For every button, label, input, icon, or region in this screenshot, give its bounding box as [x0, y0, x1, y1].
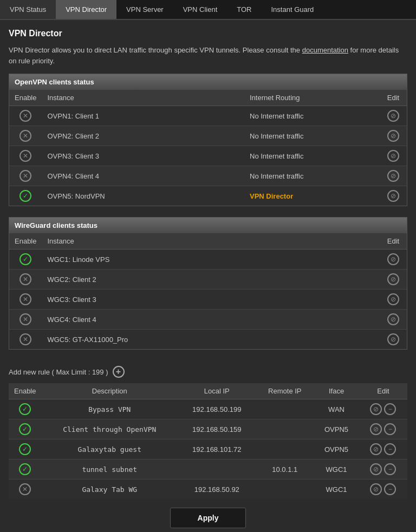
- tab-instant-guard[interactable]: Instant Guard: [262, 0, 324, 19]
- table-row: ✓ WGC1: Linode VPS ⊘: [9, 249, 407, 270]
- rules-col-iface: Iface: [314, 383, 359, 399]
- edit-cell: ⊘: [380, 146, 407, 166]
- disabled-icon[interactable]: ✕: [20, 293, 31, 305]
- openvpn-section: OpenVPN clients status Enable Instance I…: [9, 74, 407, 206]
- edit-icon[interactable]: ⊘: [387, 333, 399, 345]
- table-row: ✕ WGC4: Client 4 ⊘: [9, 310, 407, 330]
- enable-cell: ✓: [9, 439, 41, 459]
- openvpn-section-header: OpenVPN clients status: [9, 74, 407, 90]
- routing-cell: No Internet traffic: [244, 166, 380, 186]
- openvpn-col-routing: Internet Routing: [244, 90, 380, 106]
- edit-icon[interactable]: ⊘: [387, 190, 399, 202]
- instance-cell: OVPN1: Client 1: [42, 106, 244, 126]
- local-ip-cell: [178, 459, 256, 480]
- tab-vpn-server[interactable]: VPN Server: [116, 0, 173, 19]
- table-row: ✕ OVPN3: Client 3 No Internet traffic ⊘: [9, 146, 407, 166]
- wg-col-edit: Edit: [380, 233, 407, 249]
- table-row: ✕ WGC3: Client 3 ⊘: [9, 290, 407, 310]
- disabled-icon[interactable]: ✕: [20, 273, 31, 285]
- remove-icon[interactable]: −: [384, 443, 396, 455]
- enabled-icon[interactable]: ✓: [19, 423, 31, 435]
- disabled-icon[interactable]: ✕: [19, 483, 31, 495]
- edit-icon[interactable]: ⊘: [387, 130, 399, 142]
- enabled-icon[interactable]: ✓: [19, 403, 31, 415]
- routing-cell: No Internet traffic: [244, 126, 380, 146]
- rules-table: Enable Description Local IP Remote IP If…: [9, 383, 407, 499]
- rules-col-description: Description: [41, 383, 178, 399]
- description-cell: Galaxy Tab WG: [41, 480, 178, 500]
- add-rule-bar: Add new rule ( Max Limit : 199 ) +: [9, 360, 407, 383]
- disabled-icon[interactable]: ✕: [20, 110, 31, 122]
- enable-cell: ✕: [9, 126, 42, 146]
- edit-icon[interactable]: ⊘: [370, 463, 382, 475]
- iface-cell: WGC1: [314, 480, 359, 500]
- tab-vpn-director[interactable]: VPN Director: [56, 0, 116, 19]
- instance-cell: WGC1: Linode VPS: [42, 249, 380, 270]
- wireguard-section-header: WireGuard clients status: [9, 218, 407, 233]
- remove-icon[interactable]: −: [384, 483, 396, 495]
- tab-tor[interactable]: TOR: [227, 0, 261, 19]
- enabled-icon[interactable]: ✓: [20, 253, 31, 265]
- edit-cell: ⊘ −: [359, 399, 407, 419]
- routing-cell: No Internet traffic: [244, 106, 380, 126]
- apply-bar: Apply: [9, 499, 407, 532]
- table-row: ✕ WGC2: Client 2 ⊘: [9, 270, 407, 290]
- enable-cell: ✕: [9, 330, 42, 350]
- enabled-icon[interactable]: ✓: [19, 443, 31, 455]
- enable-cell: ✓: [9, 419, 41, 439]
- edit-cell: ⊘ −: [359, 419, 407, 439]
- routing-cell: No Internet traffic: [244, 146, 380, 166]
- routing-cell: VPN Director: [244, 186, 380, 206]
- disabled-icon[interactable]: ✕: [20, 313, 31, 325]
- tab-vpn-status[interactable]: VPN Status: [0, 0, 56, 19]
- edit-icon[interactable]: ⊘: [387, 253, 399, 265]
- enabled-icon[interactable]: ✓: [19, 463, 31, 475]
- description-cell: tunnel subnet: [41, 459, 178, 480]
- edit-cell: ⊘: [380, 249, 407, 270]
- iface-cell: OVPN5: [314, 439, 359, 459]
- local-ip-cell: 192.168.50.159: [178, 419, 256, 439]
- edit-icon[interactable]: ⊘: [387, 273, 399, 285]
- apply-button[interactable]: Apply: [170, 508, 246, 528]
- edit-icon[interactable]: ⊘: [387, 293, 399, 305]
- rules-col-localip: Local IP: [178, 383, 256, 399]
- remote-ip-cell: [256, 439, 314, 459]
- openvpn-col-instance: Instance: [42, 90, 244, 106]
- enabled-icon[interactable]: ✓: [20, 190, 31, 202]
- instance-cell: OVPN4: Client 4: [42, 166, 244, 186]
- local-ip-cell: 192.168.50.199: [178, 399, 256, 419]
- remote-ip-cell: [256, 419, 314, 439]
- tab-vpn-client[interactable]: VPN Client: [173, 0, 227, 19]
- remove-icon[interactable]: −: [384, 403, 396, 415]
- add-rule-icon[interactable]: +: [113, 366, 125, 378]
- edit-icon[interactable]: ⊘: [387, 313, 399, 325]
- edit-icon[interactable]: ⊘: [387, 150, 399, 162]
- description: VPN Director allows you to direct LAN tr…: [9, 45, 407, 66]
- edit-icon[interactable]: ⊘: [387, 110, 399, 122]
- iface-cell: WGC1: [314, 459, 359, 480]
- disabled-icon[interactable]: ✕: [20, 333, 31, 345]
- disabled-icon[interactable]: ✕: [20, 130, 31, 142]
- edit-icon[interactable]: ⊘: [387, 170, 399, 182]
- rules-col-edit: Edit: [359, 383, 407, 399]
- edit-icon[interactable]: ⊘: [370, 483, 382, 495]
- local-ip-cell: 192.168.101.72: [178, 439, 256, 459]
- edit-cell: ⊘: [380, 126, 407, 146]
- edit-icon[interactable]: ⊘: [370, 403, 382, 415]
- table-row: ✓ OVPN5: NordVPN VPN Director ⊘: [9, 186, 407, 206]
- disabled-icon[interactable]: ✕: [20, 150, 31, 162]
- documentation-link[interactable]: documentation: [302, 46, 348, 54]
- enable-cell: ✕: [9, 480, 41, 500]
- instance-cell: OVPN2: Client 2: [42, 126, 244, 146]
- remove-icon[interactable]: −: [384, 423, 396, 435]
- iface-cell: WAN: [314, 399, 359, 419]
- edit-cell: ⊘: [380, 186, 407, 206]
- remote-ip-cell: [256, 399, 314, 419]
- edit-icon[interactable]: ⊘: [370, 443, 382, 455]
- disabled-icon[interactable]: ✕: [20, 170, 31, 182]
- remove-icon[interactable]: −: [384, 463, 396, 475]
- instance-cell: WGC5: GT-AX11000_Pro: [42, 330, 380, 350]
- description-text-prefix: VPN Director allows you to direct LAN tr…: [9, 46, 302, 54]
- enable-cell: ✓: [9, 399, 41, 419]
- edit-icon[interactable]: ⊘: [370, 423, 382, 435]
